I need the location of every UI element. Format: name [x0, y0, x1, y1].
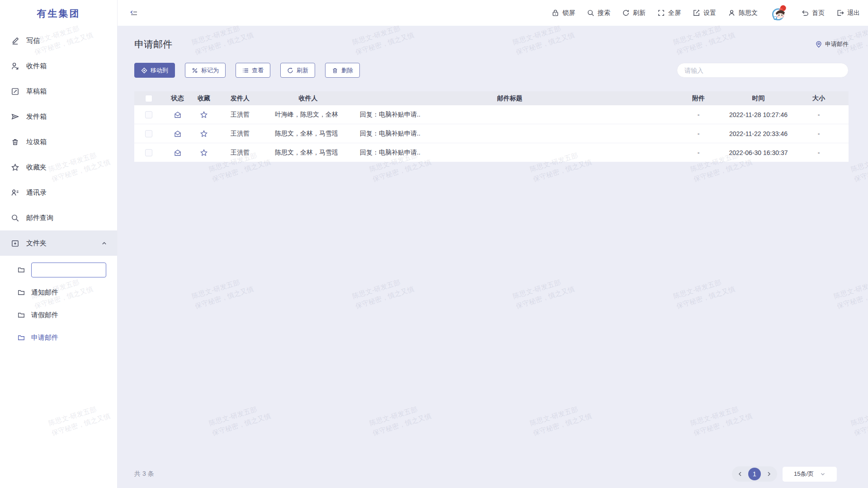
settings-icon [693, 9, 700, 17]
tag-icon [192, 67, 198, 74]
new-folder-input[interactable] [31, 263, 106, 277]
mail-subject: 回复：电脑补贴申请.. [350, 111, 669, 119]
move-to-label: 移动到 [151, 66, 168, 75]
star-icon [11, 163, 19, 172]
search-button[interactable]: 搜索 [587, 9, 610, 17]
move-icon [141, 67, 147, 74]
sidebar-item-label: 发件箱 [26, 113, 47, 121]
sidebar-item-label: 写信 [26, 37, 40, 45]
move-to-button[interactable]: 移动到 [134, 63, 175, 78]
folder-icon [17, 333, 25, 342]
list-icon [242, 67, 249, 74]
view-button[interactable]: 查看 [236, 63, 270, 78]
folder-item-apply[interactable]: 申请邮件 [0, 326, 117, 349]
mail-open-icon [174, 149, 182, 157]
home-back-icon [801, 9, 809, 17]
main-content: 申请邮件 申请邮件 移动到 标记为 [118, 26, 868, 488]
mail-size: - [789, 130, 849, 137]
table-search [677, 63, 849, 78]
mail-recipients: 陈思文，全林，马雪瑶 [266, 130, 350, 138]
header-status: 状态 [163, 94, 192, 103]
sidebar-item-label: 垃圾箱 [26, 138, 47, 146]
delete-label: 删除 [341, 66, 353, 75]
table-search-input[interactable] [684, 67, 841, 74]
sidebar-item-sent[interactable]: 发件箱 [0, 104, 117, 129]
refresh-label: 刷新 [633, 9, 646, 17]
folder-icon [17, 311, 25, 319]
row-checkbox[interactable] [145, 111, 152, 118]
folder-item-leave[interactable]: 请假邮件 [0, 304, 117, 326]
topbar-actions: 锁屏 搜索 刷新 全屏 [552, 3, 860, 23]
header-time: 时间 [728, 94, 789, 103]
page-title: 申请邮件 [134, 38, 172, 51]
folder-item-label: 请假邮件 [31, 311, 58, 319]
mail-time: 2022-11-28 10:27:46 [728, 111, 789, 118]
lock-icon [552, 9, 559, 17]
settings-button[interactable]: 设置 [693, 9, 716, 17]
folder-item-label: 申请邮件 [31, 333, 58, 342]
footer-bar: 共 3 条 1 15条/页 [134, 466, 849, 482]
row-checkbox[interactable] [145, 130, 152, 137]
lock-screen-label: 锁屏 [562, 9, 575, 17]
header-subject: 邮件标题 [350, 94, 669, 103]
folder-item-notice[interactable]: 通知邮件 [0, 281, 117, 304]
folder-icon [17, 266, 25, 274]
logout-icon [836, 9, 844, 17]
menu-fold-icon[interactable] [129, 9, 139, 17]
mail-attachment: - [669, 149, 728, 156]
favorite-star-icon[interactable] [200, 111, 208, 119]
favorite-star-icon[interactable] [200, 130, 208, 138]
sidebar-item-contacts[interactable]: 通讯录 [0, 180, 117, 205]
mail-sender: 王洪哲 [216, 130, 266, 138]
mail-attachment: - [669, 111, 728, 118]
inbox-person-icon [11, 62, 19, 70]
mail-time: 2022-06-30 16:30:37 [728, 149, 789, 156]
logout-button[interactable]: 退出 [836, 9, 860, 17]
sidebar-item-drafts[interactable]: 草稿箱 [0, 79, 117, 104]
next-page-button[interactable] [766, 471, 772, 477]
prev-page-button[interactable] [737, 471, 743, 477]
refresh-list-button[interactable]: 刷新 [280, 63, 315, 78]
fullscreen-label: 全屏 [668, 9, 681, 17]
search-icon [587, 9, 594, 17]
sidebar-item-folders[interactable]: 文件夹 [0, 230, 117, 256]
refresh-button[interactable]: 刷新 [622, 9, 646, 17]
lock-screen-button[interactable]: 锁屏 [552, 9, 575, 17]
mail-row[interactable]: 王洪哲 陈思文，全林，马雪瑶 回复：电脑补贴申请.. - 2022-06-30 … [134, 143, 849, 162]
sidebar-item-trash[interactable]: 垃圾箱 [0, 129, 117, 155]
chevron-up-icon[interactable] [101, 240, 107, 246]
favorite-star-icon[interactable] [200, 149, 208, 157]
home-button[interactable]: 首页 [801, 9, 825, 17]
mark-as-button[interactable]: 标记为 [185, 63, 226, 78]
page-size-value: 15条/页 [794, 470, 814, 478]
mail-subject: 回复：电脑补贴申请.. [350, 130, 669, 138]
sidebar-item-favorites[interactable]: 收藏夹 [0, 155, 117, 180]
avatar[interactable] [769, 3, 789, 23]
mail-row[interactable]: 王洪哲 陈思文，全林，马雪瑶 回复：电脑补贴申请.. - 2022-11-22 … [134, 124, 849, 143]
fullscreen-button[interactable]: 全屏 [657, 9, 681, 17]
sidebar-item-compose[interactable]: 写信 [0, 28, 117, 53]
mail-sender: 王洪哲 [216, 149, 266, 157]
sidebar-item-inbox[interactable]: 收件箱 [0, 53, 117, 79]
delete-button[interactable]: 删除 [325, 63, 360, 78]
mail-row[interactable]: 王洪哲 叶海峰，陈思文，全林 回复：电脑补贴申请.. - 2022-11-28 … [134, 105, 849, 124]
header-recipients: 收件人 [266, 94, 350, 103]
row-checkbox[interactable] [145, 149, 152, 156]
home-label: 首页 [812, 9, 825, 17]
folder-item-label: 通知邮件 [31, 288, 58, 297]
search-icon [11, 214, 19, 222]
page-size-select[interactable]: 15条/页 [783, 467, 837, 482]
send-icon [11, 113, 19, 121]
select-all-checkbox[interactable] [145, 95, 152, 102]
sidebar-item-mail-search[interactable]: 邮件查询 [0, 205, 117, 230]
search-label: 搜索 [598, 9, 610, 17]
trash-icon [332, 67, 338, 74]
draft-icon [11, 87, 19, 96]
new-folder-row [0, 258, 117, 281]
user-icon [728, 9, 736, 17]
user-menu[interactable]: 陈思文 [728, 9, 758, 17]
sidebar-item-label: 通讯录 [26, 188, 47, 197]
sidebar-nav: 写信 收件箱 草稿箱 发件箱 [0, 28, 117, 349]
pagination: 1 15条/页 [732, 466, 849, 482]
page-number-button[interactable]: 1 [748, 468, 761, 480]
